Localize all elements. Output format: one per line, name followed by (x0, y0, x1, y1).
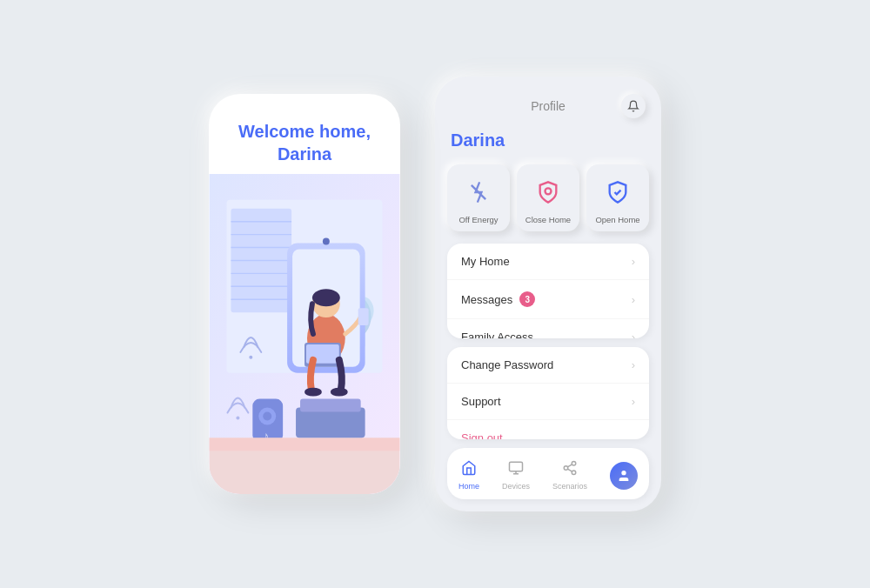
svg-point-42 (572, 471, 576, 475)
nav-home[interactable]: Home (450, 457, 488, 494)
change-password-label: Change Password (461, 358, 553, 371)
left-phone: Welcome home, Darina (209, 94, 400, 494)
profile-header: Profile (435, 77, 661, 127)
change-password-chevron: › (632, 358, 635, 371)
devices-nav-label: Devices (502, 482, 530, 491)
family-access-label: Family Access (461, 331, 533, 338)
right-phone: Profile Darina Off Energy (435, 77, 661, 511)
nav-profile[interactable] (601, 458, 646, 493)
home-nav-label: Home (458, 482, 479, 491)
welcome-header: Welcome home, Darina (209, 94, 400, 174)
support-item[interactable]: Support › (447, 384, 649, 420)
svg-point-41 (564, 466, 568, 471)
menu-group-1: My Home › Messages 3 › Family Access › (447, 244, 649, 338)
off-energy-icon (461, 175, 496, 210)
svg-point-34 (323, 238, 330, 245)
nav-devices[interactable]: Devices (493, 457, 539, 494)
profile-title: Profile (475, 99, 621, 113)
svg-point-24 (304, 388, 322, 397)
messages-chevron: › (632, 293, 635, 306)
messages-badge: 3 (519, 291, 535, 307)
scenarios-nav-icon (562, 460, 578, 479)
change-password-item[interactable]: Change Password › (447, 347, 649, 384)
svg-point-25 (331, 388, 348, 397)
my-home-item[interactable]: My Home › (447, 244, 649, 280)
menu-group-2: Change Password › Support › Sign out (447, 347, 649, 439)
open-home-button[interactable]: Open Home (586, 164, 649, 231)
illustration-area: ♪ (209, 174, 400, 494)
svg-point-36 (545, 188, 552, 194)
svg-point-45 (621, 471, 626, 475)
scenarios-nav-label: Scenarios (552, 482, 587, 491)
my-home-chevron: › (632, 255, 635, 268)
my-home-label: My Home (461, 255, 510, 268)
quick-actions-row: Off Energy Close Home (435, 161, 661, 244)
home-nav-icon (461, 460, 477, 479)
messages-label: Messages (461, 293, 512, 306)
family-access-item[interactable]: Family Access › (447, 319, 649, 338)
support-chevron: › (632, 395, 635, 408)
svg-rect-37 (509, 462, 522, 471)
svg-rect-31 (210, 438, 400, 451)
close-home-label: Close Home (525, 215, 571, 224)
svg-point-14 (249, 356, 252, 359)
nav-scenarios[interactable]: Scenarios (544, 457, 596, 494)
svg-rect-32 (296, 408, 365, 438)
support-label: Support (461, 395, 501, 408)
svg-point-28 (263, 412, 271, 421)
bottom-nav: Home Devices (447, 448, 649, 499)
svg-point-40 (572, 462, 576, 466)
welcome-text: Welcome home, Darina (226, 120, 383, 165)
bell-icon-button[interactable] (621, 94, 646, 118)
svg-rect-23 (358, 308, 369, 325)
svg-rect-33 (300, 399, 361, 412)
family-access-chevron: › (632, 331, 635, 338)
svg-line-43 (567, 469, 572, 471)
messages-item[interactable]: Messages 3 › (447, 280, 649, 319)
sign-out-item[interactable]: Sign out (447, 420, 649, 439)
off-energy-label: Off Energy (458, 215, 498, 224)
off-energy-button[interactable]: Off Energy (447, 164, 510, 231)
user-name: Darina (435, 127, 661, 161)
svg-line-44 (567, 464, 572, 467)
devices-nav-icon (508, 460, 524, 479)
svg-point-15 (236, 416, 239, 419)
welcome-line1: Welcome home, (238, 122, 371, 141)
profile-avatar (610, 462, 638, 490)
close-home-button[interactable]: Close Home (517, 164, 579, 231)
close-home-icon (531, 175, 566, 210)
welcome-line2: Darina (278, 144, 331, 164)
sign-out-label: Sign out (461, 431, 503, 439)
svg-point-20 (312, 289, 340, 306)
open-home-label: Open Home (595, 215, 639, 224)
open-home-icon (600, 175, 635, 210)
